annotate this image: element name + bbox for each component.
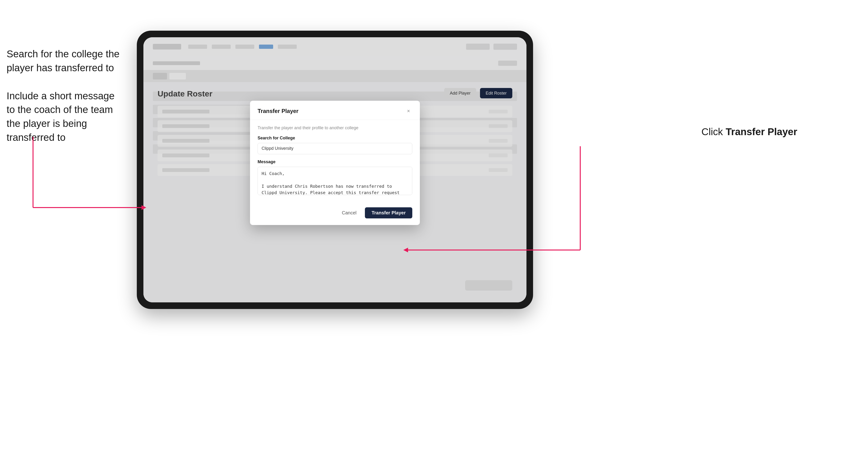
modal-subtitle: Transfer the player and their profile to… [257, 125, 412, 130]
search-college-label: Search for College [257, 135, 412, 141]
transfer-player-button[interactable]: Transfer Player [365, 207, 412, 218]
modal-footer: Cancel Transfer Player [250, 203, 420, 225]
message-label: Message [257, 159, 412, 164]
search-college-input[interactable] [257, 143, 412, 154]
transfer-player-modal: Transfer Player × Transfer the player an… [250, 101, 420, 225]
message-textarea[interactable]: Hi Coach, I understand Chris Robertson h… [257, 167, 412, 195]
tablet-device: Update Roster Add Player Edit Roster [137, 31, 533, 309]
modal-close-button[interactable]: × [405, 107, 412, 115]
modal-header: Transfer Player × [250, 101, 420, 120]
modal-title: Transfer Player [257, 108, 299, 115]
annotation-text-1: Search for the college the player has tr… [7, 47, 129, 75]
annotation-right: Click Transfer Player [702, 125, 797, 139]
modal-body: Transfer the player and their profile to… [250, 120, 420, 203]
cancel-button[interactable]: Cancel [337, 208, 361, 218]
annotation-text-2: Include a short message to the coach of … [7, 89, 129, 145]
modal-overlay: Transfer Player × Transfer the player an… [144, 37, 526, 302]
annotation-left: Search for the college the player has tr… [7, 47, 129, 159]
tablet-screen: Update Roster Add Player Edit Roster [144, 37, 526, 302]
